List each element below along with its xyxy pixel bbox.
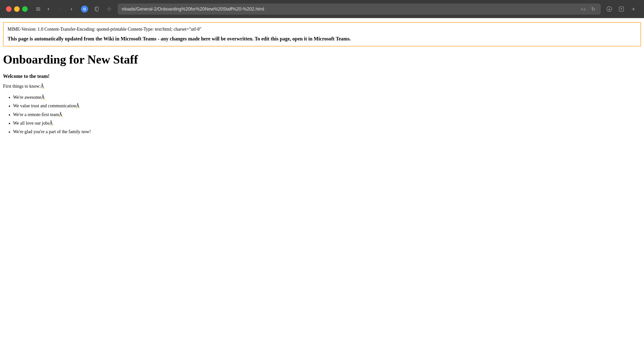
close-button[interactable] [6,6,12,12]
google-logo: G [81,6,88,13]
new-tab-button[interactable]: + [629,5,638,14]
share-icon[interactable] [617,5,626,14]
welcome-heading: Welcome to the team! [3,73,641,79]
list-item: We all love our jobsÂ [13,119,641,127]
svg-text:A: A [581,7,583,11]
page-title: Onboarding for New Staff [3,53,641,66]
back-button[interactable]: ‹ [56,5,65,14]
reload-icon[interactable]: ↻ [590,6,597,13]
svg-rect-2 [36,10,40,11]
browser-right-icons: + [605,5,638,14]
bookmark-icon[interactable]: ☆ [105,5,114,14]
page-content: MIME-Version: 1.0 Content-Transfer-Encod… [0,18,644,140]
forward-button[interactable]: › [67,5,76,14]
content-list: We're awesomeÂ We value trust and commun… [13,93,641,136]
url-text: nloads/General-2/Onboarding%20for%20New%… [122,7,264,12]
window-controls: ▾ [35,6,52,13]
browser-icon: G [80,5,89,14]
warning-banner: MIME-Version: 1.0 Content-Transfer-Encod… [3,22,641,46]
list-item: We're awesomeÂ [13,93,641,102]
intro-paragraph: First things to know:Â [3,84,641,89]
svg-rect-0 [36,8,40,8]
browser-chrome: ▾ ‹ › G ☆ nloads/General-2/Onboarding%20… [0,0,644,18]
nav-buttons: ‹ › [56,5,76,14]
traffic-lights [6,6,28,12]
wiki-warning-text: This page is automatically updated from … [8,35,636,42]
list-item: We're glad you're a part of the family n… [13,127,641,136]
minimize-button[interactable] [14,6,20,12]
translate-icon[interactable]: A 文 [580,6,587,13]
chevron-down-icon[interactable]: ▾ [45,6,52,13]
shield-icon [93,5,101,13]
address-bar-icons: A 文 ↻ [580,6,597,13]
address-bar[interactable]: nloads/General-2/Onboarding%20for%20New%… [118,4,601,15]
sidebar-toggle-icon[interactable] [35,6,42,13]
maximize-button[interactable] [22,6,28,12]
list-item: We're a remote-first teamÂ [13,110,641,119]
list-item: We value trust and communicationÂ [13,102,641,110]
download-icon[interactable] [605,5,614,14]
svg-rect-1 [36,9,40,9]
svg-text:文: 文 [583,8,586,11]
mime-version-line: MIME-Version: 1.0 Content-Transfer-Encod… [8,26,636,32]
